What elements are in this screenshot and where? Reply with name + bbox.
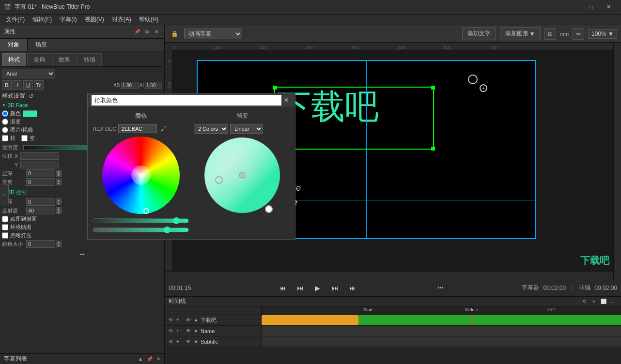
selected-text-element[interactable]: 下载吧 <box>274 87 434 150</box>
font-select[interactable]: Arial <box>2 69 55 78</box>
skip-start-button[interactable]: ⏮ <box>276 281 290 295</box>
resize-button[interactable]: ⇔ <box>573 28 584 40</box>
bevel-down[interactable]: ▼ <box>56 244 62 247</box>
menu-help[interactable]: 帮助(H) <box>135 15 163 25</box>
ai-value[interactable] <box>145 82 162 89</box>
tab-style[interactable]: 样式 <box>2 53 26 66</box>
track-plus-name[interactable]: + <box>176 328 183 334</box>
tile-checkbox[interactable] <box>21 135 28 141</box>
envmap-checkbox[interactable] <box>2 224 8 230</box>
color-radio[interactable] <box>2 110 8 117</box>
rotation-handle[interactable] <box>468 75 478 84</box>
squeeze-value[interactable] <box>26 198 55 206</box>
bottom-close-icon[interactable]: ✕ <box>156 356 160 362</box>
bottom-scrollbar[interactable] <box>165 271 613 279</box>
x-value[interactable] <box>20 152 59 160</box>
transform-handle[interactable]: + <box>480 84 487 92</box>
reflect-value[interactable] <box>26 207 55 214</box>
arrow-subtitle[interactable]: ▶ <box>194 339 199 344</box>
track-plus-subtitle[interactable]: + <box>176 339 183 344</box>
animation-dropdown[interactable]: 动画字幕 <box>184 29 242 39</box>
bold-button[interactable]: B <box>2 80 12 90</box>
maximize-button[interactable]: □ <box>582 2 600 12</box>
prev-frame-button[interactable]: ⏭ <box>294 281 307 295</box>
tab-effect[interactable]: 效果 <box>52 53 77 66</box>
color-wheel-container[interactable] <box>102 136 180 214</box>
italic-button[interactable]: I <box>13 80 22 90</box>
eye-subtitle[interactable]: 👁 <box>185 338 192 345</box>
menu-edit[interactable]: 编辑(E) <box>29 15 56 25</box>
panel-close-icon[interactable]: ✕ <box>153 28 160 36</box>
depth-down[interactable]: ▼ <box>56 173 62 177</box>
color-picker-title-input[interactable] <box>92 95 281 106</box>
handle-br[interactable] <box>431 147 435 151</box>
grid-button[interactable]: ⊞ <box>544 28 556 40</box>
gradient-type-dropdown[interactable]: Linear Radial Angular <box>230 124 263 134</box>
segment-middle-xiazaiba[interactable] <box>358 315 621 325</box>
reflect-up[interactable]: ▲ <box>56 207 62 211</box>
gradient-radio[interactable] <box>2 119 8 125</box>
width-value[interactable] <box>26 178 55 186</box>
arrow-xiazaiba[interactable]: ▶ <box>194 318 199 323</box>
panel-pin-icon[interactable]: 📌 <box>133 28 141 36</box>
menu-caption[interactable]: 字幕(I) <box>56 15 80 25</box>
width-up[interactable]: ▲ <box>56 179 62 182</box>
colors-dropdown[interactable]: 2 Colors 1 Color 3 Colors <box>194 124 228 134</box>
squeeze-down[interactable]: ▼ <box>56 202 62 205</box>
tab-transition[interactable]: 转场 <box>78 53 102 66</box>
color-swatch[interactable] <box>23 110 37 117</box>
gradient-circle-container[interactable] <box>203 136 281 214</box>
panel-float-icon[interactable]: ⧉ <box>143 28 151 36</box>
reflect-down[interactable]: ▼ <box>56 211 62 214</box>
play-button[interactable]: ▶ <box>311 281 325 295</box>
next-frame-button[interactable]: ⏭ <box>328 281 342 295</box>
ignorelight-checkbox[interactable] <box>2 232 8 239</box>
eye-xiazaiba[interactable]: 👁 <box>185 317 192 324</box>
color-wheel[interactable] <box>102 136 180 214</box>
eyedropper-button[interactable] <box>159 124 169 134</box>
more-dots[interactable]: ••• <box>437 285 444 291</box>
track-plus-xiazaiba[interactable]: + <box>176 317 183 324</box>
canvas-text-main[interactable]: 下载吧 <box>275 88 433 125</box>
menu-align[interactable]: 对齐(A) <box>108 15 135 25</box>
hex-input[interactable] <box>118 124 157 133</box>
loop-button[interactable]: ⟲ <box>580 298 588 305</box>
text-color-button[interactable]: Tc <box>34 80 44 90</box>
menu-file[interactable]: 文件(F) <box>2 15 29 25</box>
add-track-button[interactable]: + <box>590 298 598 305</box>
track-loop-subtitle[interactable]: ⟲ <box>169 339 175 344</box>
lock-button[interactable]: 🔒 <box>169 28 180 40</box>
pin-icon[interactable]: 📌 <box>147 356 153 362</box>
minimize-button[interactable]: — <box>565 2 582 12</box>
underline-button[interactable]: U <box>23 80 33 90</box>
expand-icon[interactable]: ▲ <box>138 356 143 362</box>
fit-button[interactable]: ⬜ <box>600 298 607 305</box>
track-loop-name[interactable]: ⟲ <box>169 328 175 334</box>
tab-global[interactable]: 全局 <box>27 53 51 66</box>
tl-more-button[interactable]: … <box>609 298 617 305</box>
ab-value[interactable] <box>121 82 139 89</box>
sidemapping-checkbox[interactable] <box>2 216 8 222</box>
color-picker-close[interactable]: ✕ <box>281 95 291 105</box>
y-value[interactable] <box>20 161 59 168</box>
tab-scene[interactable]: 场景 <box>28 39 55 51</box>
depth-value[interactable] <box>26 169 55 177</box>
handle-tl[interactable] <box>273 86 277 90</box>
arrow-name[interactable]: ▶ <box>194 329 199 334</box>
close-button[interactable]: ✕ <box>600 2 617 12</box>
tab-object[interactable]: 对象 <box>0 39 28 51</box>
image-radio[interactable] <box>2 127 8 133</box>
menu-view[interactable]: 视图(V) <box>81 15 108 25</box>
bevel-value[interactable] <box>26 240 55 248</box>
reset-button[interactable]: ↺ <box>27 92 35 100</box>
handle-tr[interactable] <box>431 86 435 90</box>
stretch-checkbox[interactable] <box>2 135 8 141</box>
transparency-slider[interactable] <box>93 218 189 223</box>
depth-up[interactable]: ▲ <box>56 170 62 173</box>
right-scrollbar[interactable] <box>613 43 621 279</box>
squeeze-up[interactable]: ▲ <box>56 198 62 202</box>
more-button[interactable]: ••• <box>79 252 85 257</box>
width-down[interactable]: ▼ <box>56 182 62 185</box>
add-text-button[interactable]: 添加文字 <box>462 27 496 40</box>
bevel-up[interactable]: ▲ <box>56 241 62 244</box>
